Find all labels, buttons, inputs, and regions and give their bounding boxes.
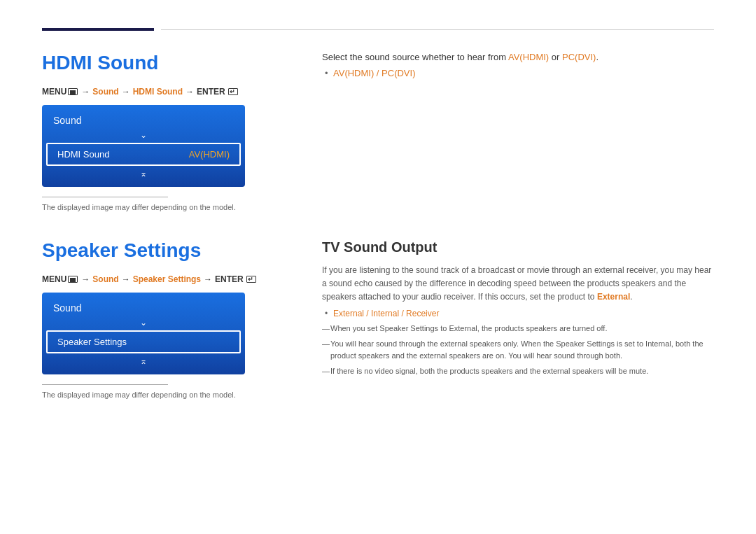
tv-sound-bullet-item: External / Internal / Receiver [333,309,714,318]
note1-bold1: Speaker Settings [379,324,438,332]
period: . [596,52,598,62]
tv-sound-note1: When you set Speaker Settings to Externa… [322,323,714,335]
speaker-sound-menu-header: Sound [42,297,245,316]
or-text: or [549,52,562,62]
speaker-chevron-up-icon: ⌄ [42,318,245,328]
av-hdmi-link: AV(HDMI) [508,52,549,62]
menu-path-sound: Sound [92,87,118,97]
note1-suffix: , the products speakers are turned off. [477,324,608,332]
bottom-section: Speaker Settings MENU → Sound → Speaker … [42,239,714,399]
note-divider-1 [42,197,168,197]
hdmi-sound-menu-box: Sound ⌄ HDMI Sound AV(HDMI) ⌅ [42,105,245,187]
note2-mid: is set to [615,339,645,348]
speaker-settings-title: Speaker Settings [42,239,280,262]
hdmi-sound-title: HDMI Sound [42,52,280,74]
hdmi-sound-item-value: AV(HDMI) [189,149,230,160]
hdmi-sound-section: HDMI Sound MENU → Sound → HDMI Sound → E… [42,52,714,211]
top-divider [42,28,714,31]
speaker-settings-menu-item[interactable]: Speaker Settings [46,330,241,353]
speaker-menu-path-sound: Sound [92,274,118,284]
chevron-down-icon: ⌅ [42,169,245,178]
note2-bold1: Speaker Settings [556,339,615,348]
note2-prefix: You will hear sound through the external… [330,339,556,348]
tv-sound-note3: If there is no video signal, both the pr… [322,365,714,377]
menu-label-2: MENU [42,274,66,284]
speaker-menu-path-settings: Speaker Settings [133,274,201,284]
body1-bold: External [597,292,630,302]
hdmi-sound-note: The displayed image may differ depending… [42,203,280,211]
speaker-settings-menu-path: MENU → Sound → Speaker Settings → ENTER [42,274,280,284]
tv-sound-output-right: TV Sound Output If you are listening to … [322,239,714,399]
intro-prefix: Select the sound source whether to hear … [322,52,508,62]
speaker-settings-note: The displayed image may differ depending… [42,391,280,399]
speaker-chevron-down-icon: ⌅ [42,356,245,366]
note1-bold2: External [449,324,477,332]
hdmi-sound-menu-path: MENU → Sound → HDMI Sound → ENTER [42,87,280,97]
speaker-settings-left: Speaker Settings MENU → Sound → Speaker … [42,239,280,399]
note2-bold2: Internal [645,339,671,348]
enter-icon [228,88,238,95]
hdmi-sound-bullet-list: AV(HDMI) / PC(DVI) [333,68,714,78]
gray-line [161,29,714,30]
sound-menu-header: Sound [42,109,245,129]
speaker-settings-menu-box: Sound ⌄ Speaker Settings ⌅ [42,293,245,374]
hdmi-sound-menu-item[interactable]: HDMI Sound AV(HDMI) [46,143,241,166]
tv-sound-bullet-list: External / Internal / Receiver [333,309,714,318]
hdmi-sound-bullet-item: AV(HDMI) / PC(DVI) [333,68,714,78]
note1-mid: to [438,324,449,332]
hdmi-sound-intro: Select the sound source whether to hear … [322,52,714,62]
blue-accent-bar [42,28,154,31]
speaker-settings-item-label: Speaker Settings [57,337,127,347]
chevron-up-icon: ⌄ [42,130,245,140]
enter-icon-2 [246,276,256,283]
speaker-menu-path-enter: ENTER [215,274,244,284]
hdmi-sound-item-label: HDMI Sound [57,149,109,160]
body1-prefix: If you are listening to the sound track … [322,265,711,302]
tv-sound-output-title: TV Sound Output [322,239,714,255]
menu-icon-2 [68,276,78,283]
menu-path-hdmi-sound: HDMI Sound [133,87,183,97]
menu-icon [68,88,78,95]
menu-path-enter: ENTER [197,87,225,97]
menu-label: MENU [42,87,66,97]
tv-sound-note2: You will hear sound through the external… [322,338,714,361]
hdmi-sound-left: HDMI Sound MENU → Sound → HDMI Sound → E… [42,52,280,211]
hdmi-sound-right: Select the sound source whether to hear … [322,52,714,211]
pc-dvi-link: PC(DVI) [562,52,596,62]
tv-sound-output-body: If you are listening to the sound track … [322,264,714,304]
note1-prefix: When you set [330,324,379,332]
note-divider-2 [42,384,168,385]
